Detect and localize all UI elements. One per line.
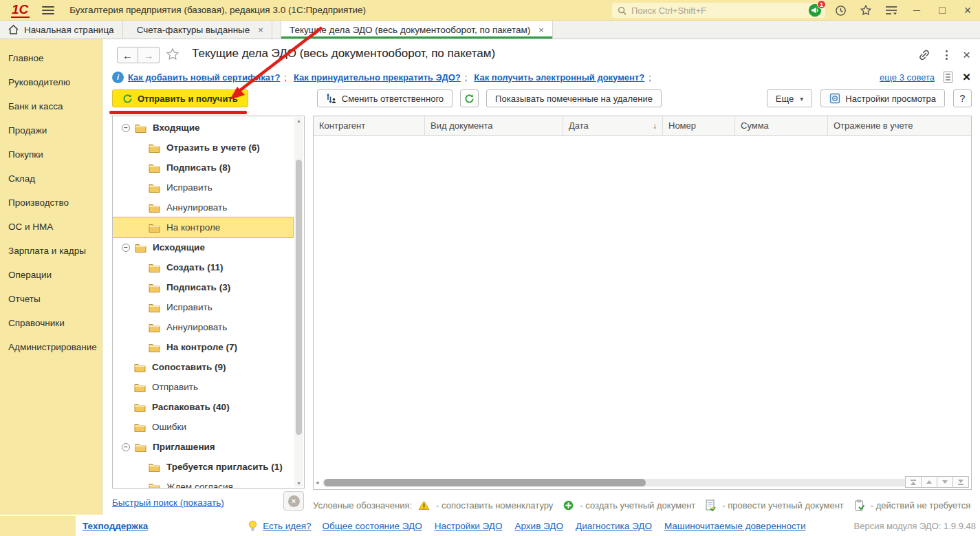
sidebar-item-warehouse[interactable]: Склад: [0, 167, 102, 191]
tree-item-annul-in[interactable]: Аннулировать: [113, 197, 293, 217]
tree-item-inbox[interactable]: − Входящие: [113, 118, 293, 138]
sidebar-item-operations[interactable]: Операции: [0, 263, 102, 287]
folder-icon: [149, 203, 160, 213]
scroll-left-icon[interactable]: ◂: [316, 479, 323, 486]
tip-link-get-document[interactable]: Как получить электронный документ?: [474, 72, 644, 83]
column-date[interactable]: Дата↓: [563, 116, 663, 135]
collapse-icon[interactable]: −: [122, 244, 130, 252]
favorites-star-icon[interactable]: [859, 3, 873, 18]
refresh-button[interactable]: [460, 89, 479, 107]
more-menu-icon[interactable]: [946, 50, 948, 60]
tree-item-sign-out[interactable]: Подписать (3): [113, 277, 293, 297]
horizontal-scrollbar[interactable]: ◂ ▸: [316, 478, 917, 487]
sidebar-item-directories[interactable]: Справочники: [0, 311, 102, 335]
tree-item-need-invite[interactable]: Требуется пригласить (1): [113, 457, 293, 477]
close-form-button[interactable]: ×: [963, 47, 970, 63]
close-tab-icon[interactable]: ×: [538, 25, 544, 35]
tab-home[interactable]: Начальная страница: [0, 21, 123, 39]
tree-item-unpack[interactable]: Распаковать (40): [113, 397, 293, 417]
tree-item-fix-out[interactable]: Исправить: [113, 297, 293, 317]
more-tips-link[interactable]: еще 3 совета: [880, 72, 935, 83]
scrollbar-thumb[interactable]: [296, 160, 302, 435]
column-amount[interactable]: Сумма: [735, 116, 828, 135]
sidebar-item-salary[interactable]: Зарплата и кадры: [0, 239, 102, 263]
tree-scrollbar[interactable]: ▲ ▼: [294, 117, 303, 487]
support-link[interactable]: Техподдержка: [83, 521, 148, 531]
favorite-star-icon[interactable]: [166, 47, 179, 61]
close-tips-icon[interactable]: ×: [963, 71, 970, 83]
change-responsible-button[interactable]: Сменить ответственного: [317, 89, 453, 107]
forward-button[interactable]: →: [138, 47, 160, 63]
tab-edo-current[interactable]: Текущие дела ЭДО (весь документооборот, …: [281, 21, 553, 39]
go-next-button[interactable]: [937, 476, 953, 488]
column-number[interactable]: Номер: [663, 116, 735, 135]
legend-title: Условные обозначения:: [313, 500, 412, 511]
tree-item-fix-in[interactable]: Исправить: [113, 178, 293, 197]
edo-diagnostics-link[interactable]: Диагностика ЭДО: [576, 521, 652, 531]
more-actions-button[interactable]: Еще ▾: [767, 89, 812, 107]
tips-list-icon[interactable]: [944, 72, 952, 83]
maximize-button[interactable]: □: [935, 3, 949, 18]
column-doc-type[interactable]: Вид документа: [425, 116, 563, 135]
tab-invoices[interactable]: Счета-фактуры выданные ×: [129, 21, 272, 39]
quick-search-link[interactable]: Быстрый поиск (показать): [112, 497, 224, 508]
sidebar-item-bank[interactable]: Банк и касса: [0, 94, 102, 118]
tree-item-invitations[interactable]: − Приглашения: [113, 437, 293, 457]
close-window-button[interactable]: ×: [961, 3, 974, 18]
idea-link[interactable]: Есть идея?: [263, 521, 311, 531]
search-icon: [618, 6, 627, 15]
tree-item-sign-in[interactable]: Подписать (8): [113, 158, 293, 178]
send-receive-button[interactable]: Отправить и получить: [112, 89, 248, 107]
history-icon[interactable]: [834, 3, 847, 18]
edo-settings-link[interactable]: Настройки ЭДО: [435, 521, 503, 531]
table-body-empty[interactable]: [314, 136, 971, 469]
notifications-icon[interactable]: 1: [808, 3, 822, 18]
help-button[interactable]: ?: [953, 89, 972, 107]
sidebar-item-main[interactable]: Главное: [0, 46, 102, 70]
collapse-icon[interactable]: −: [122, 443, 130, 451]
folder-icon: [149, 482, 160, 489]
scroll-down-icon[interactable]: ▼: [294, 481, 303, 486]
sidebar-item-sales[interactable]: Продажи: [0, 118, 102, 142]
tree-item-on-control-out[interactable]: На контроле (7): [113, 337, 293, 357]
tree-item-send[interactable]: Отправить: [113, 377, 293, 397]
sidebar-item-os-nma[interactable]: ОС и НМА: [0, 215, 102, 239]
get-link-icon[interactable]: [918, 49, 930, 61]
show-deleted-button[interactable]: Показывать помеченные на удаление: [486, 89, 662, 107]
go-prev-button[interactable]: [921, 476, 937, 488]
tree-item-on-control-selected[interactable]: На контроле: [113, 217, 293, 237]
scrollbar-thumb[interactable]: [324, 479, 646, 486]
machine-readable-poa-link[interactable]: Машиночитаемые доверенности: [664, 521, 806, 531]
folder-icon: [149, 183, 160, 193]
edo-state-link[interactable]: Общее состояние ЭДО: [323, 521, 422, 531]
tree-item-outbox[interactable]: − Исходящие: [113, 237, 293, 257]
go-first-button[interactable]: [905, 476, 922, 488]
tree-item-annul-out[interactable]: Аннулировать: [113, 317, 293, 337]
close-tab-icon[interactable]: ×: [258, 25, 263, 35]
hamburger-menu-icon[interactable]: [42, 6, 54, 14]
tree-item-create[interactable]: Создать (11): [113, 257, 293, 277]
column-accounting[interactable]: Отражение в учете: [828, 116, 971, 135]
tree-item-match[interactable]: Сопоставить (9): [113, 357, 293, 377]
tree-item-awaiting-consent[interactable]: Ждем согласия: [113, 477, 293, 489]
minimize-button[interactable]: ─: [910, 3, 924, 18]
sidebar-item-manager[interactable]: Руководителю: [0, 70, 102, 94]
back-button[interactable]: ←: [117, 47, 138, 63]
tip-link-add-certificate[interactable]: Как добавить новый сертификат?: [128, 72, 280, 83]
tree-item-errors[interactable]: Ошибки: [113, 417, 293, 437]
go-last-button[interactable]: [952, 476, 969, 488]
sidebar-item-administration[interactable]: Администрирование: [0, 335, 102, 359]
clear-search-button[interactable]: ×: [283, 491, 304, 511]
sidebar-item-reports[interactable]: Отчеты: [0, 287, 102, 311]
main-menu-icon[interactable]: [884, 3, 898, 18]
global-search-input[interactable]: Поиск Ctrl+Shift+F: [612, 3, 825, 18]
tree-item-reflect[interactable]: Отразить в учете (6): [113, 138, 293, 158]
column-counterparty[interactable]: Контрагент: [314, 116, 425, 135]
sidebar-item-purchases[interactable]: Покупки: [0, 142, 102, 167]
view-settings-button[interactable]: Настройки просмотра: [820, 89, 945, 107]
scroll-up-icon[interactable]: ▲: [294, 118, 303, 123]
collapse-icon[interactable]: −: [122, 124, 130, 132]
tip-link-stop-edo[interactable]: Как принудительно прекратить ЭДО?: [294, 72, 461, 83]
edo-archive-link[interactable]: Архив ЭДО: [515, 521, 563, 531]
sidebar-item-production[interactable]: Производство: [0, 191, 102, 215]
